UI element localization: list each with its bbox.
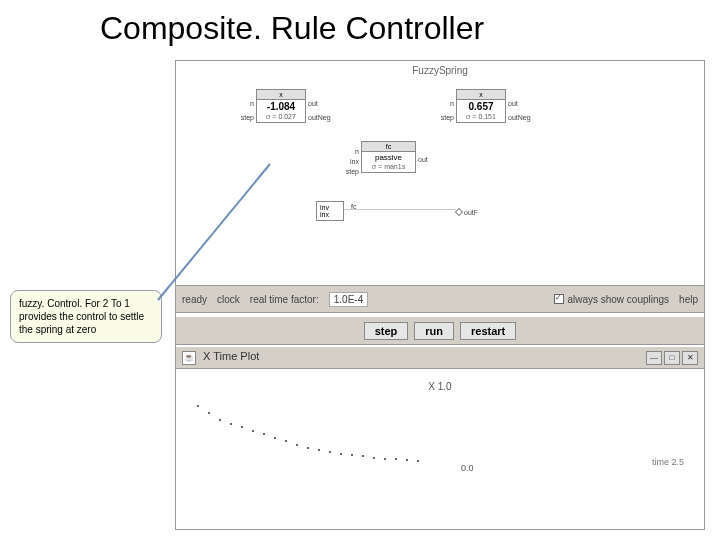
java-icon: ☕ bbox=[182, 351, 196, 365]
checkbox-icon[interactable] bbox=[554, 294, 564, 304]
plot-area: X 1.0 0.0 time 2.5 bbox=[176, 371, 704, 529]
data-point bbox=[340, 453, 342, 455]
callout-pointer bbox=[150, 160, 280, 310]
window-buttons: — □ ✕ bbox=[646, 351, 698, 365]
always-label: always show couplings bbox=[567, 294, 669, 305]
maximize-button[interactable]: □ bbox=[664, 351, 680, 365]
data-point bbox=[329, 451, 331, 453]
svg-line-0 bbox=[158, 164, 270, 300]
help-link[interactable]: help bbox=[679, 294, 698, 305]
connector-line bbox=[344, 209, 456, 210]
callout-note: fuzzy. Control. For 2 To 1 provides the … bbox=[10, 290, 162, 343]
data-point bbox=[274, 437, 276, 439]
block-x1-header: x bbox=[257, 90, 305, 100]
data-point bbox=[417, 460, 419, 462]
data-point bbox=[395, 458, 397, 460]
block-x1-stat: σ = 0.027 bbox=[257, 113, 305, 122]
data-point bbox=[362, 455, 364, 457]
data-point bbox=[241, 426, 243, 428]
block-x1-value: -1.084 bbox=[257, 100, 305, 113]
port-out: out bbox=[508, 100, 518, 107]
restart-button[interactable]: restart bbox=[460, 322, 516, 340]
block-x2[interactable]: x 0.657 σ = 0.151 n step out outNeg bbox=[456, 89, 506, 123]
button-row: step run restart bbox=[176, 317, 704, 345]
port-step: step bbox=[346, 168, 359, 175]
port-out: out bbox=[418, 156, 428, 163]
page-title: Composite. Rule Controller bbox=[0, 0, 720, 55]
plot-title: X Time Plot bbox=[203, 350, 259, 362]
block-x1[interactable]: x -1.084 σ = 0.027 n step out outNeg bbox=[256, 89, 306, 123]
data-point bbox=[318, 449, 320, 451]
port-outneg: outNeg bbox=[508, 114, 531, 121]
data-point bbox=[285, 440, 287, 442]
couple-inx: inx bbox=[320, 211, 340, 218]
port-inx: inx bbox=[350, 158, 359, 165]
plot-ylabel: X 1.0 bbox=[428, 381, 451, 392]
block-fc-value: passive bbox=[362, 152, 415, 163]
data-point bbox=[230, 423, 232, 425]
data-point bbox=[351, 454, 353, 456]
block-x2-value: 0.657 bbox=[457, 100, 505, 113]
port-n: n bbox=[355, 148, 359, 155]
block-couple[interactable]: inv inx bbox=[316, 201, 344, 221]
data-point bbox=[296, 444, 298, 446]
data-point bbox=[373, 457, 375, 459]
block-x2-header: x bbox=[457, 90, 505, 100]
always-couplings[interactable]: always show couplings bbox=[554, 294, 669, 305]
data-point bbox=[208, 412, 210, 414]
port-out: out bbox=[308, 100, 318, 107]
close-button[interactable]: ✕ bbox=[682, 351, 698, 365]
plot-time-label: time 2.5 bbox=[652, 457, 684, 467]
port-outneg: outNeg bbox=[308, 114, 331, 121]
data-point bbox=[384, 458, 386, 460]
step-button[interactable]: step bbox=[364, 322, 409, 340]
plot-zero-label: 0.0 bbox=[461, 463, 474, 473]
data-point bbox=[252, 430, 254, 432]
plot-title-wrap: ☕ X Time Plot bbox=[182, 350, 259, 365]
block4-outf: outF bbox=[464, 209, 478, 216]
block-fc-stat: σ = man1s bbox=[362, 163, 415, 172]
port-n: n bbox=[450, 100, 454, 107]
rtf-value[interactable]: 1.0E-4 bbox=[329, 292, 368, 307]
block-x2-stat: σ = 0.151 bbox=[457, 113, 505, 122]
block-fc-header: fc bbox=[362, 142, 415, 152]
data-point bbox=[263, 433, 265, 435]
minimize-button[interactable]: — bbox=[646, 351, 662, 365]
port-n: n bbox=[250, 100, 254, 107]
port-step: step bbox=[241, 114, 254, 121]
couple-inv: inv bbox=[320, 204, 340, 211]
plot-titlebar: ☕ X Time Plot — □ ✕ bbox=[176, 347, 704, 369]
diamond-icon bbox=[455, 208, 463, 216]
data-point bbox=[406, 459, 408, 461]
block-fc[interactable]: fc passive σ = man1s n inx step out bbox=[361, 141, 416, 173]
data-point bbox=[219, 419, 221, 421]
diagram-label: FuzzySpring bbox=[412, 65, 468, 76]
run-button[interactable]: run bbox=[414, 322, 454, 340]
data-point bbox=[197, 405, 199, 407]
port-step: step bbox=[441, 114, 454, 121]
data-point bbox=[307, 447, 309, 449]
